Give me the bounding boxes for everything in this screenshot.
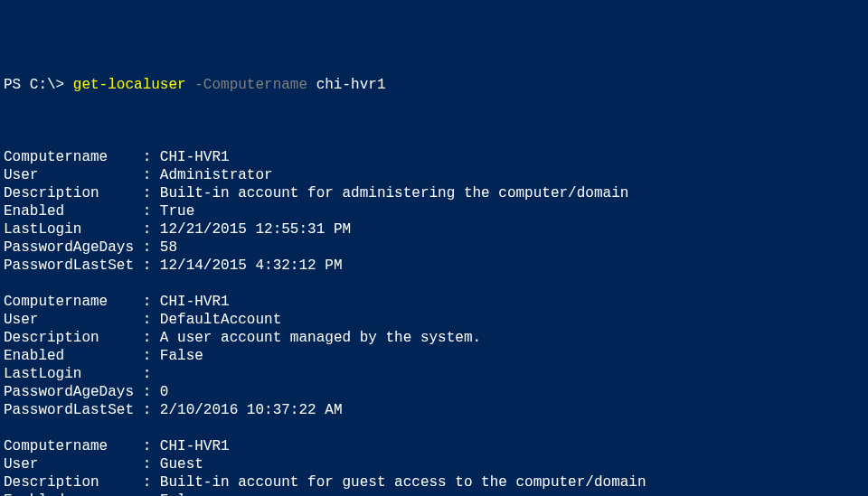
output-key: Enabled — [4, 202, 64, 220]
output-value: Administrator — [160, 167, 273, 183]
output-value: 58 — [160, 239, 177, 256]
output-key: User — [4, 166, 38, 184]
output-key: User — [4, 455, 38, 473]
output-row-passwordlastset: PasswordLastSet : 2/10/2016 10:37:22 AM — [4, 401, 868, 419]
output-row-enabled: Enabled : False — [4, 347, 868, 365]
output-separator: : — [134, 402, 160, 418]
output-separator: : — [134, 239, 160, 256]
output-value: DefaultAccount — [160, 312, 281, 328]
output-separator: : — [38, 167, 159, 183]
output-separator: : — [64, 348, 160, 364]
output-row-enabled: Enabled : True — [4, 202, 868, 220]
prompt-command: get-localuser — [73, 77, 186, 93]
output-separator: : — [81, 366, 159, 382]
output-value: True — [160, 203, 194, 220]
output-value: CHI-HVR1 — [160, 149, 230, 165]
output-row-computername: Computername : CHI-HVR1 — [4, 148, 868, 166]
output-record: Computername : CHI-HVR1User : Administra… — [4, 148, 868, 275]
prompt-line[interactable]: PS C:\> get-localuser -Computername chi-… — [4, 76, 868, 94]
output-key: Computername — [4, 437, 108, 455]
output-key: LastLogin — [4, 220, 81, 239]
output-row-user: User : Guest — [4, 455, 868, 473]
output-value: Built-in account for administering the c… — [160, 185, 628, 201]
output-area: Computername : CHI-HVR1User : Administra… — [4, 148, 868, 496]
output-row-computername: Computername : CHI-HVR1 — [4, 293, 868, 311]
output-key: Description — [4, 473, 99, 491]
prompt-arg: chi-hvr1 — [307, 77, 385, 93]
output-record: Computername : CHI-HVR1User : GuestDescr… — [4, 437, 868, 496]
output-separator: : — [81, 221, 159, 238]
output-value: 2/10/2016 10:37:22 AM — [160, 402, 343, 418]
output-key: User — [4, 311, 38, 329]
output-row-passwordagedays: PasswordAgeDays : 58 — [4, 239, 868, 257]
output-value: A user account managed by the system. — [160, 330, 481, 346]
output-row-description: Description : Built-in account for guest… — [4, 473, 868, 491]
output-separator: : — [99, 185, 160, 201]
prompt-prefix: PS C:\> — [4, 77, 73, 93]
output-separator: : — [99, 474, 160, 491]
output-row-user: User : Administrator — [4, 166, 868, 184]
output-value: CHI-HVR1 — [160, 438, 230, 454]
output-key: PasswordAgeDays — [4, 383, 134, 401]
prompt-param-flag: -Computername — [186, 77, 307, 93]
output-key: Description — [4, 329, 99, 347]
output-record: Computername : CHI-HVR1User : DefaultAcc… — [4, 293, 868, 419]
output-separator: : — [99, 330, 160, 346]
output-key: Enabled — [4, 491, 64, 496]
output-value: 12/21/2015 12:55:31 PM — [160, 221, 351, 238]
output-row-user: User : DefaultAccount — [4, 311, 868, 329]
output-value: 12/14/2015 4:32:12 PM — [160, 257, 343, 274]
output-row-passwordlastset: PasswordLastSet : 12/14/2015 4:32:12 PM — [4, 257, 868, 275]
output-value: Built-in account for guest access to the… — [160, 474, 646, 491]
output-key: Description — [4, 184, 99, 202]
output-value: CHI-HVR1 — [160, 294, 230, 310]
output-row-computername: Computername : CHI-HVR1 — [4, 437, 868, 455]
output-separator: : — [38, 456, 159, 473]
output-key: Computername — [4, 148, 108, 166]
output-value: Guest — [160, 456, 203, 473]
output-separator: : — [108, 294, 160, 310]
output-row-description: Description : A user account managed by … — [4, 329, 868, 347]
output-key: LastLogin — [4, 365, 81, 383]
output-value: False — [160, 348, 203, 364]
output-separator: : — [64, 492, 160, 496]
output-row-lastlogin: LastLogin : 12/21/2015 12:55:31 PM — [4, 220, 868, 239]
output-key: PasswordLastSet — [4, 401, 134, 419]
output-key: PasswordLastSet — [4, 257, 134, 275]
output-value: 0 — [160, 384, 169, 400]
output-row-lastlogin: LastLogin : — [4, 365, 868, 383]
output-key: Computername — [4, 293, 108, 311]
output-separator: : — [108, 149, 160, 165]
output-separator: : — [108, 438, 160, 454]
output-separator: : — [134, 257, 160, 274]
output-row-enabled: Enabled : False — [4, 491, 868, 496]
output-row-description: Description : Built-in account for admin… — [4, 184, 868, 202]
output-row-passwordagedays: PasswordAgeDays : 0 — [4, 383, 868, 401]
output-separator: : — [134, 384, 160, 400]
output-value: False — [160, 492, 203, 496]
output-separator: : — [64, 203, 160, 220]
output-key: Enabled — [4, 347, 64, 365]
output-separator: : — [38, 312, 159, 328]
output-key: PasswordAgeDays — [4, 239, 134, 257]
